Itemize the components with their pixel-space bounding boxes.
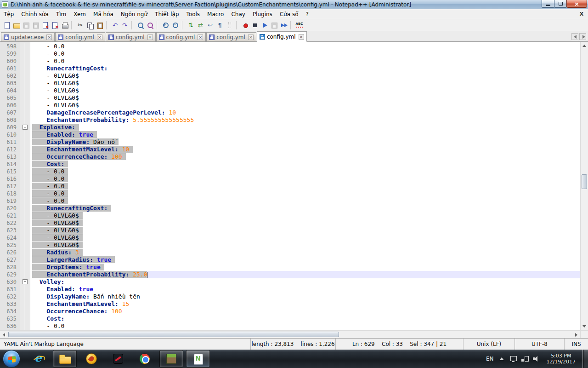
code-line[interactable]: - 0LVL&0$	[32, 212, 580, 219]
status-eol-format[interactable]: Unix (LF)	[463, 339, 514, 350]
menu-item-xem[interactable]: Xem	[70, 10, 90, 19]
code-line[interactable]: RunecraftingCost:	[32, 65, 580, 72]
show-desktop-button[interactable]	[582, 350, 588, 368]
code-line[interactable]: - 0.0	[32, 322, 580, 330]
tab-close-icon[interactable]: ×	[299, 34, 304, 40]
line-number[interactable]: 601	[0, 65, 20, 72]
code-line[interactable]: Volley:	[32, 278, 580, 286]
tab-close-icon[interactable]: ×	[248, 34, 254, 40]
internet-explorer-taskbar-button[interactable]	[26, 350, 50, 368]
fold-cell[interactable]	[20, 124, 30, 131]
run-macro-multiple-button[interactable]	[279, 20, 288, 30]
code-line[interactable]: EnchantmentMaxLevel: 15	[32, 300, 580, 308]
new-file-button[interactable]	[2, 20, 11, 30]
windows-explorer-taskbar-button[interactable]	[53, 350, 77, 368]
word-wrap-button[interactable]	[205, 20, 215, 30]
code-area[interactable]: - 0.0 - 0.0 - 0.0 RunecraftingCost: - 0L…	[30, 42, 580, 330]
clock[interactable]: 5:03 PM 12/19/2017	[544, 353, 578, 365]
close-button[interactable]: ×	[566, 0, 587, 8]
code-line[interactable]: Enabled: true	[32, 286, 580, 293]
volume-tray-icon[interactable]	[532, 355, 540, 362]
line-number[interactable]: 625	[0, 242, 20, 249]
horizontal-scrollbar[interactable]	[0, 331, 580, 338]
code-line[interactable]: OccurrenceChance: 100	[32, 308, 580, 315]
menu-item-macro[interactable]: Macro	[204, 10, 227, 19]
line-number[interactable]: 631	[0, 286, 20, 293]
game-taskbar-button[interactable]	[106, 350, 130, 368]
line-number[interactable]: 630	[0, 278, 20, 286]
title-bar[interactable]: D:\hình ảnh & facebook & fle sv minecraf…	[0, 0, 588, 9]
code-line[interactable]: - 0LVL&0$	[32, 242, 580, 249]
find-button[interactable]	[136, 20, 145, 30]
code-line[interactable]: EnchantmentProbability: 5.55555555555555…	[32, 116, 580, 124]
code-line[interactable]: - 0.0	[32, 197, 580, 205]
status-insert-mode[interactable]: INS	[564, 339, 588, 350]
play-macro-button[interactable]	[260, 20, 269, 30]
code-line[interactable]: - 0.0	[32, 183, 580, 190]
copy-button[interactable]	[85, 20, 95, 30]
tab-5[interactable]: config.yml×	[257, 31, 307, 42]
vertical-scrollbar[interactable]	[580, 42, 588, 330]
code-line[interactable]: Cost:	[32, 161, 580, 168]
line-number[interactable]: 629	[0, 271, 20, 278]
print-button[interactable]	[60, 20, 69, 30]
line-number[interactable]: 608	[0, 116, 20, 124]
line-number[interactable]: 636	[0, 322, 20, 330]
chrome-taskbar-button[interactable]	[133, 350, 157, 368]
maximize-button[interactable]	[554, 0, 567, 8]
line-number[interactable]: 602	[0, 72, 20, 80]
code-line[interactable]: - 0.0	[32, 190, 580, 197]
tab-2[interactable]: config.yml×	[106, 32, 156, 41]
code-line[interactable]: LargerRadius: true	[32, 256, 580, 264]
code-line[interactable]: - 0LVL&0$	[32, 227, 580, 234]
open-file-button[interactable]	[11, 20, 21, 30]
code-line[interactable]: - 0LVL&0$	[32, 72, 580, 80]
line-number[interactable]: 613	[0, 153, 20, 161]
menu-item--[interactable]: ?	[302, 10, 312, 19]
spell-check-button[interactable]	[294, 20, 304, 30]
code-line[interactable]: - 0LVL&0$	[32, 94, 580, 102]
line-number[interactable]: 607	[0, 109, 20, 116]
stop-record-button[interactable]	[250, 20, 260, 30]
menu-item-m-h-a[interactable]: Mã hóa	[90, 10, 117, 19]
code-line[interactable]: - 0.0	[32, 168, 580, 175]
code-line[interactable]: DisplayName: Bắn nhiều tên	[32, 293, 580, 300]
line-number[interactable]: 611	[0, 138, 20, 146]
code-line[interactable]: EnchantmentMaxLevel: 10	[32, 146, 580, 153]
line-number[interactable]: 619	[0, 197, 20, 205]
zoom-out-button[interactable]	[170, 20, 180, 30]
scroll-up-icon[interactable]	[581, 42, 588, 50]
network-tray-icon[interactable]	[521, 355, 528, 362]
code-line[interactable]: - 0LVL&0$	[32, 80, 580, 87]
menu-item-c-a-s-[interactable]: Cửa sổ	[276, 10, 302, 19]
horizontal-scrollbar-thumb[interactable]	[8, 332, 339, 337]
code-line[interactable]: EnchantmentProbability: 25.0	[32, 271, 580, 278]
code-line[interactable]: DropItems: true	[32, 264, 580, 271]
menu-item-t-m[interactable]: Tìm	[52, 10, 70, 19]
code-line[interactable]: Cost:	[32, 315, 580, 322]
line-number[interactable]: 612	[0, 146, 20, 153]
vertical-scrollbar-thumb[interactable]	[582, 174, 587, 189]
language-indicator[interactable]: EN	[486, 356, 494, 362]
undo-button[interactable]	[110, 20, 120, 30]
line-number[interactable]: 621	[0, 212, 20, 219]
code-line[interactable]: RunecraftingCost:	[32, 205, 580, 212]
line-number[interactable]: 634	[0, 308, 20, 315]
tab-close-icon[interactable]: ×	[147, 34, 153, 40]
code-line[interactable]: DisplayName: Đào nổ	[32, 138, 580, 146]
minecraft-taskbar-button[interactable]	[159, 350, 183, 368]
line-number[interactable]: 624	[0, 234, 20, 242]
line-number[interactable]: 605	[0, 94, 20, 102]
code-line[interactable]: DamageIncreasePercentagePerLevel: 10	[32, 109, 580, 116]
tab-1[interactable]: config.yml×	[55, 32, 105, 41]
fold-open-icon[interactable]	[23, 125, 28, 130]
cut-button[interactable]	[75, 20, 85, 30]
line-number[interactable]: 618	[0, 190, 20, 197]
fold-cell[interactable]	[20, 278, 30, 286]
line-number[interactable]: 632	[0, 293, 20, 300]
menu-item-ch-y[interactable]: Chạy	[227, 10, 249, 19]
code-line[interactable]: - 0LVL&0$	[32, 234, 580, 242]
tab-close-icon[interactable]: ×	[97, 34, 102, 40]
show-all-characters-button[interactable]	[215, 20, 225, 30]
redo-button[interactable]	[120, 20, 130, 30]
